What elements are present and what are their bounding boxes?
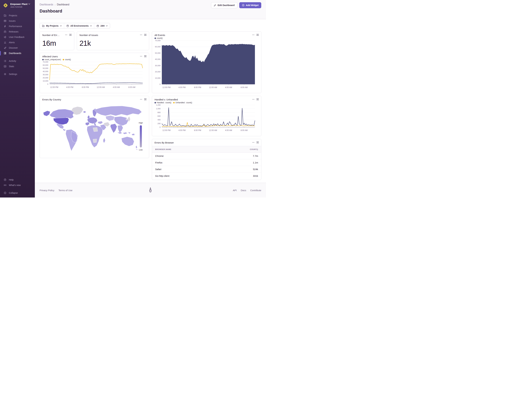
svg-text:12:00 PM: 12:00 PM: [163, 129, 171, 132]
svg-text:20,000: 20,000: [155, 71, 161, 73]
legend-dot: [63, 59, 64, 60]
gear-icon: [4, 72, 7, 76]
breadcrumb-dashboards-link[interactable]: Dashboards: [40, 3, 53, 6]
page-header: Dashboards › Dashboard Edit Dashboard Ad…: [35, 0, 266, 19]
api-link[interactable]: API: [233, 189, 237, 192]
time-range-filter[interactable]: 24H: [94, 23, 110, 28]
widget-handled-unhandled: Handled v. Unhandled Handled : count() U…: [152, 96, 261, 136]
map-legend-gradient: [140, 125, 142, 148]
sidebar-item-projects[interactable]: Projects: [0, 13, 35, 18]
environment-filter-label: All Environments: [71, 25, 89, 27]
table-header: BROWSER.NAME COUNT(): [152, 146, 261, 153]
widget-menu-icon[interactable]: [252, 34, 255, 36]
project-filter-label: My Projects: [46, 25, 59, 27]
sidebar-item-alerts[interactable]: Alerts: [0, 40, 35, 45]
widget-menu-icon[interactable]: [252, 141, 255, 143]
sidebar-item-label: Issues: [9, 20, 16, 22]
legend-dot: [42, 59, 44, 60]
svg-text:400: 400: [157, 119, 161, 121]
widget-menu-icon[interactable]: [140, 55, 142, 57]
map-legend-low: Low: [137, 149, 145, 151]
terms-of-use-link[interactable]: Terms of Use: [58, 189, 72, 192]
svg-text:4:00 AM: 4:00 AM: [113, 86, 120, 88]
sidebar-bottom: Help What's new Collapse: [0, 177, 35, 196]
svg-text:60,000: 60,000: [155, 46, 161, 48]
widget-menu-icon[interactable]: [65, 34, 67, 36]
broadcast-icon: [4, 184, 7, 187]
sidebar-item-releases[interactable]: Releases: [0, 29, 35, 34]
widget-errors-by-browser: Errors By Browser BROWSER.NAME COUNT() C…: [152, 139, 261, 180]
svg-text:10,000: 10,000: [43, 80, 48, 82]
sidebar-item-label: Performance: [9, 25, 22, 27]
sidebar-item-issues[interactable]: Issues: [0, 18, 35, 24]
widget-expand-icon[interactable]: [256, 98, 259, 100]
chevron-down-icon: [90, 25, 92, 27]
active-indicator: [0, 51, 1, 55]
plus-circle-icon: [242, 4, 244, 6]
widget-expand-icon[interactable]: [144, 55, 147, 57]
affected-users-chart: 010,00020,00030,00040,00050,00060,00070,…: [40, 61, 149, 90]
widget-number-of-issues: Number of Issues 21k: [77, 31, 149, 50]
org-switcher[interactable]: Empower Plant Jane Schmidt: [0, 0, 35, 10]
svg-text:20,000: 20,000: [43, 77, 48, 79]
column-browser-name[interactable]: BROWSER.NAME: [155, 148, 171, 150]
environment-filter[interactable]: All Environments: [64, 23, 94, 28]
svg-text:4:00 PM: 4:00 PM: [66, 86, 73, 88]
widget-expand-icon[interactable]: [256, 141, 259, 143]
add-widget-button[interactable]: Add Widget: [239, 2, 261, 8]
widget-all-events: All Events count() 010,00020,00030,00040…: [152, 31, 261, 93]
stats-icon: [4, 65, 7, 68]
docs-link[interactable]: Docs: [241, 189, 246, 192]
svg-text:1,200: 1,200: [156, 104, 161, 106]
sidebar-item-label: Settings: [9, 73, 17, 75]
svg-text:70,000: 70,000: [43, 61, 48, 63]
sidebar-item-help[interactable]: Help: [0, 177, 35, 182]
time-range-label: 24H: [101, 25, 105, 27]
sidebar-item-dashboards[interactable]: Dashboards: [0, 50, 35, 56]
activity-list-icon: [4, 59, 7, 63]
widget-menu-icon[interactable]: [140, 34, 142, 36]
sidebar-item-user-feedback[interactable]: User Feedback: [0, 34, 35, 40]
sidebar-item-stats[interactable]: Stats: [0, 64, 35, 69]
column-count[interactable]: COUNT(): [250, 148, 258, 150]
svg-text:50,000: 50,000: [155, 52, 161, 54]
big-number-value: 16m: [42, 39, 74, 48]
project-filter[interactable]: My Projects: [40, 23, 64, 28]
table-row: Firefox 1.1m: [152, 159, 261, 166]
edit-dashboard-button[interactable]: Edit Dashboard: [211, 2, 237, 8]
svg-text:30,000: 30,000: [43, 74, 48, 76]
svg-text:12:00 PM: 12:00 PM: [50, 86, 58, 88]
sidebar-item-performance[interactable]: Performance: [0, 24, 35, 29]
chevron-down-icon: [28, 4, 30, 5]
legend-item[interactable]: count(): [155, 37, 163, 39]
browser-name: Firefox: [155, 161, 163, 164]
legend-item[interactable]: count_unique(user): [42, 58, 61, 61]
privacy-policy-link[interactable]: Privacy Policy: [40, 189, 54, 192]
widget-expand-icon[interactable]: [256, 34, 259, 36]
widget-title: Number of Issues: [80, 34, 98, 36]
svg-text:4:00 AM: 4:00 AM: [225, 86, 232, 88]
contribute-link[interactable]: Contribute: [250, 189, 261, 192]
legend-dot: [173, 102, 175, 104]
widget-expand-icon[interactable]: [69, 34, 71, 36]
widget-menu-icon[interactable]: [252, 98, 255, 100]
legend-item[interactable]: count(): [63, 58, 71, 61]
svg-text:8:00 PM: 8:00 PM: [194, 86, 201, 88]
legend-item[interactable]: Unhandled : count(): [173, 102, 192, 104]
legend-item[interactable]: Handled : count(): [155, 102, 171, 104]
widget-expand-icon[interactable]: [144, 34, 147, 36]
widget-menu-icon[interactable]: [140, 98, 142, 100]
sidebar-item-activity[interactable]: Activity: [0, 58, 35, 64]
widget-grid: Number of Err… 16m Number of Issues: [40, 31, 261, 180]
sidebar-item-whats-new[interactable]: What's new: [0, 182, 35, 188]
sidebar-item-collapse[interactable]: Collapse: [0, 190, 35, 196]
sidebar-item-discover[interactable]: Discover: [0, 45, 35, 50]
svg-text:12:00 PM: 12:00 PM: [163, 86, 171, 88]
sidebar-item-label: Stats: [9, 65, 14, 68]
sidebar-item-settings[interactable]: Settings: [0, 71, 35, 77]
widget-expand-icon[interactable]: [144, 98, 147, 100]
svg-text:8:00 AM: 8:00 AM: [128, 86, 135, 88]
sidebar-item-label: Activity: [9, 60, 16, 62]
main-area: Dashboards › Dashboard Edit Dashboard Ad…: [35, 0, 266, 198]
sidebar-item-label: Dashboards: [9, 52, 21, 55]
